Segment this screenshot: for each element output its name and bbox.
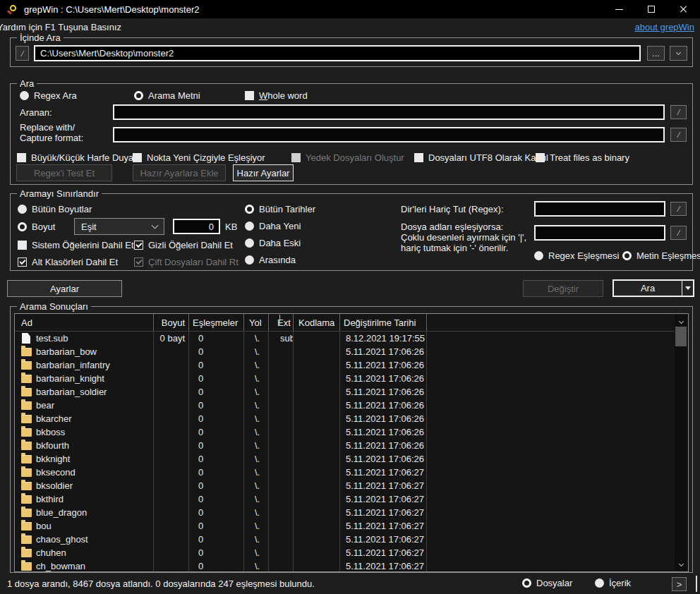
path-regex-button[interactable]: /: [16, 46, 29, 61]
column-header-name[interactable]: Ad: [15, 314, 154, 331]
table-row[interactable]: chaos_ghost0\.5.11.2021 17:06:27: [15, 533, 688, 546]
text-match-radio[interactable]: Metin Eşleşmesi: [622, 250, 700, 261]
treat-utf8-checkbox[interactable]: Dosyaları UTF8 Olarak Kabul: [414, 152, 548, 163]
result-encoding-cell: [294, 479, 340, 492]
column-header-ext[interactable]: Ext: [269, 314, 294, 331]
table-row[interactable]: barbarian_soldier0\.5.11.2021 17:06:26: [15, 385, 688, 399]
file-match-input[interactable]: [534, 225, 665, 241]
result-modified-cell: 5.11.2021 17:06:26: [340, 399, 427, 412]
column-header-size[interactable]: Boyut: [154, 314, 189, 331]
exclude-dirs-regex-button[interactable]: /: [670, 202, 687, 216]
result-name: bear: [36, 400, 54, 411]
minimize-button[interactable]: [603, 0, 635, 18]
table-row[interactable]: bksoldier0\.5.11.2021 17:06:27: [15, 479, 688, 492]
result-modified-cell: 5.11.2021 17:06:27: [340, 466, 427, 479]
whole-word-checkbox[interactable]: Whole word: [245, 90, 308, 101]
result-name-cell: chuhen: [15, 546, 154, 559]
file-icon: [22, 333, 30, 344]
result-size-cell: [154, 439, 189, 452]
size-operator-combobox[interactable]: Eşit: [74, 218, 164, 235]
result-ext-cell: [269, 506, 294, 519]
table-row[interactable]: barbarian_bow0\.5.11.2021 17:06:26: [15, 345, 688, 358]
scrollbar-thumb[interactable]: [675, 327, 687, 346]
size-radio[interactable]: Boyut: [18, 222, 55, 232]
vertical-scrollbar[interactable]: [675, 315, 687, 571]
include-subfolders-checkbox[interactable]: Alt Klasörleri Dahil Et: [18, 257, 118, 267]
case-sensitive-checkbox[interactable]: Büyük/Küçük Harfe Duyarlı: [17, 152, 141, 163]
scroll-up-button[interactable]: [675, 315, 687, 326]
result-encoding-cell: [294, 546, 340, 559]
result-path-cell: \.: [244, 519, 269, 533]
all-sizes-radio[interactable]: Bütün Boyutlar: [18, 204, 92, 214]
regex-search-radio[interactable]: Regex Ara: [20, 90, 77, 101]
file-match-label-line1: Dosya adları eşleşiyorsa:: [401, 222, 503, 232]
search-for-input[interactable]: [113, 104, 665, 120]
column-header-modified[interactable]: Değiştirilme Tarihi: [340, 314, 427, 331]
include-system-checkbox[interactable]: Sistem Öğelerini Dahil Et: [18, 240, 134, 250]
checkbox-icon: [18, 257, 27, 267]
expand-results-button[interactable]: >: [672, 577, 687, 591]
treat-binary-checkbox[interactable]: Treat files as binary: [536, 152, 629, 163]
result-name: bkknight: [36, 454, 70, 464]
text-search-radio[interactable]: Arama Metni: [134, 90, 200, 101]
table-row[interactable]: bksecond0\.5.11.2021 17:06:27: [15, 466, 688, 479]
table-row[interactable]: chuhen0\.5.11.2021 17:06:27: [15, 546, 688, 559]
close-button[interactable]: [668, 0, 700, 18]
maximize-button[interactable]: [635, 0, 668, 18]
result-encoding-cell: [294, 506, 340, 519]
older-than-radio[interactable]: Daha Eski: [245, 238, 301, 248]
presets-button[interactable]: Hazır Ayarlar: [233, 164, 294, 181]
column-header-encoding[interactable]: Kodlama: [294, 314, 340, 331]
table-row[interactable]: bear0\.5.11.2021 17:06:26: [15, 399, 688, 412]
about-grepwin-link[interactable]: about grepWin: [634, 22, 694, 32]
result-matches-cell: 0: [189, 546, 244, 559]
search-for-regex-button[interactable]: /: [670, 105, 687, 119]
table-row[interactable]: bkthird0\.5.11.2021 17:06:27: [15, 492, 688, 506]
table-row[interactable]: barbarian_knight0\.5.11.2021 17:06:26: [15, 372, 688, 385]
file-match-regex-button[interactable]: /: [670, 226, 687, 240]
show-content-radio[interactable]: İçerik: [595, 578, 631, 588]
regex-match-radio[interactable]: Regex Eşleşmesi: [534, 250, 619, 261]
dot-matches-newline-checkbox[interactable]: Nokta Yeni Çizgiyle Eşleşiyor: [133, 152, 265, 163]
table-row[interactable]: bkboss0\.5.11.2021 17:06:26: [15, 425, 688, 439]
radio-icon: [134, 91, 143, 100]
chevron-down-icon: [152, 222, 159, 229]
settings-button[interactable]: Ayarlar: [7, 280, 122, 297]
replace-regex-button[interactable]: /: [670, 128, 687, 142]
resize-grip[interactable]: [696, 576, 697, 592]
table-row[interactable]: bou0\.5.11.2021 17:06:27: [15, 519, 688, 533]
path-dropdown-button[interactable]: [670, 46, 687, 61]
result-name: bksoldier: [36, 480, 73, 491]
table-row[interactable]: barbarian_infantry0\.5.11.2021 17:06:26: [15, 358, 688, 372]
search-path-input[interactable]: [34, 45, 641, 61]
search-dropdown-button[interactable]: [682, 286, 693, 290]
between-dates-radio[interactable]: Arasında: [245, 255, 296, 265]
result-path-cell: \.: [244, 466, 269, 479]
browse-folder-button[interactable]: ...: [647, 46, 665, 61]
include-hidden-checkbox[interactable]: Gizli Öğeleri Dahil Et: [134, 240, 233, 250]
table-row[interactable]: blue_dragon0\.5.11.2021 17:06:27: [15, 506, 688, 519]
table-row[interactable]: test.sub0 bayt0\.sub8.12.2021 19:17:55: [15, 332, 688, 345]
result-filler-cell: [427, 358, 688, 372]
result-encoding-cell: [294, 492, 340, 506]
radio-icon: [622, 251, 632, 260]
newer-than-radio[interactable]: Daha Yeni: [245, 221, 301, 231]
result-ext-cell: [269, 452, 294, 466]
table-row[interactable]: bkfourth0\.5.11.2021 17:06:26: [15, 439, 688, 452]
exclude-dirs-input[interactable]: [534, 201, 665, 217]
result-path-cell: \.: [244, 332, 269, 345]
all-dates-radio[interactable]: Bütün Tarihler: [245, 204, 315, 214]
replace-with-input[interactable]: [113, 127, 665, 143]
table-row[interactable]: ch_bowman0\.5.11.2021 17:06:27: [15, 559, 688, 572]
column-header-path[interactable]: Yol: [244, 314, 269, 331]
folder-icon: [21, 348, 32, 356]
result-name-cell: bkthird: [15, 492, 154, 506]
scroll-down-button[interactable]: [675, 559, 687, 571]
table-row[interactable]: bkarcher0\.5.11.2021 17:06:26: [15, 412, 688, 425]
result-matches-cell: 0: [189, 519, 244, 533]
search-button[interactable]: Ara: [612, 279, 694, 297]
show-files-radio[interactable]: Dosyalar: [522, 578, 572, 588]
column-header-matches[interactable]: Eşleşmeler: [189, 314, 244, 331]
size-value-input[interactable]: [173, 219, 220, 234]
table-row[interactable]: bkknight0\.5.11.2021 17:06:26: [15, 452, 688, 466]
